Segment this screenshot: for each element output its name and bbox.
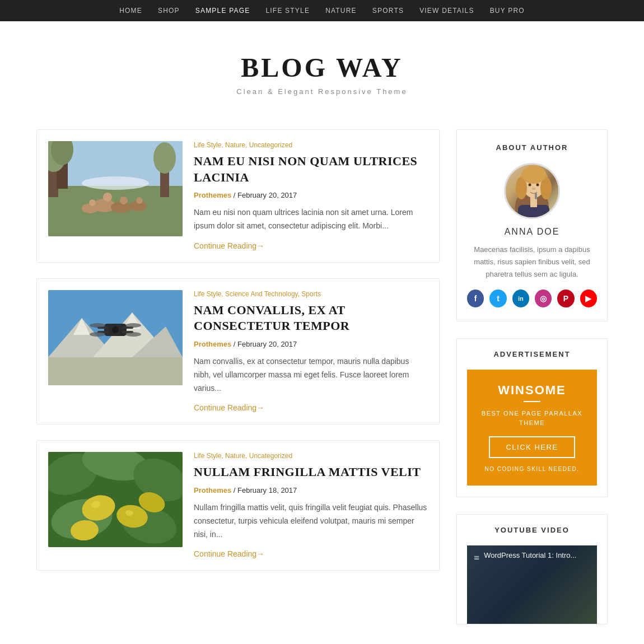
instagram-icon[interactable]: ◎ [535, 290, 552, 307]
article-title: NULLAM FRINGILLA MATTIS VELIT [194, 464, 428, 480]
about-author-widget: ABOUT AUTHOR [456, 129, 608, 321]
article-card: Life Style, Nature, Uncategorized NULLAM… [36, 440, 440, 571]
pinterest-icon[interactable]: P [557, 290, 574, 307]
read-more-link[interactable]: Continue Reading→ [194, 549, 264, 558]
svg-point-37 [125, 332, 141, 337]
article-meta: Prothemes / February 20, 2017 [194, 191, 428, 199]
facebook-icon[interactable]: f [467, 290, 484, 307]
svg-point-36 [90, 332, 105, 337]
site-tagline: Clean & Elegant Responsive Theme [11, 87, 633, 96]
main-layout: Life Style, Nature, Uncategorized NAM EU… [25, 118, 619, 644]
youtube-icon[interactable]: ▶ [580, 290, 597, 307]
youtube-widget: YOUTUBE VIDEO ≡ WordPress Tutorial 1: In… [456, 514, 608, 624]
article-date: February 20, 2017 [237, 340, 297, 348]
svg-point-57 [532, 188, 535, 190]
yt-menu-icon: ≡ [474, 552, 479, 564]
article-title: NAM CONVALLIS, EX AT CONSECTETUR TEMPOR [194, 302, 428, 334]
article-excerpt: Nam convallis, ex at consectetur tempor,… [194, 355, 428, 395]
ad-description: BEST ONE PAGE PARALLAX THEME [476, 409, 588, 427]
nav-nature[interactable]: NATURE [325, 7, 357, 15]
article-excerpt: Nam eu nisi non quam ultrices lacinia no… [194, 206, 428, 233]
svg-point-8 [82, 176, 149, 190]
advertisement-title: ADVERTISEMENT [467, 350, 597, 358]
nav-lifestyle[interactable]: LIFE STYLE [265, 7, 310, 15]
nav-buy-pro[interactable]: BUY PRO [490, 7, 525, 15]
read-more-link[interactable]: Continue Reading→ [194, 403, 264, 412]
author-avatar [504, 163, 560, 219]
article-date: February 20, 2017 [237, 191, 297, 199]
svg-point-55 [529, 184, 531, 186]
svg-point-17 [89, 199, 96, 206]
ad-no-code-text: NO CODING SKILL NEEDED. [476, 466, 588, 472]
nav-shop[interactable]: SHOP [158, 7, 180, 15]
article-date-separator: / [234, 486, 237, 494]
svg-point-14 [120, 197, 128, 204]
ad-click-here-button[interactable]: CLICK HERE [489, 436, 575, 458]
article-title: NAM EU NISI NON QUAM ULTRICES LACINIA [194, 153, 428, 185]
nav-sports[interactable]: SPORTS [372, 7, 404, 15]
article-author: Prothemes [194, 191, 231, 199]
yt-video-title: WordPress Tutorial 1: Intro... [484, 551, 576, 559]
article-date-separator: / [234, 340, 237, 348]
main-nav: HOME SHOP SAMPLE PAGE LIFE STYLE NATURE … [0, 0, 644, 21]
author-name: ANNA DOE [467, 227, 597, 237]
article-categories: Life Style, Nature, Uncategorized [194, 452, 428, 460]
content-area: Life Style, Nature, Uncategorized NAM EU… [36, 129, 440, 641]
svg-point-34 [90, 323, 105, 328]
nav-sample-page[interactable]: SAMPLE PAGE [195, 7, 250, 15]
article-author: Prothemes [194, 340, 231, 348]
youtube-thumbnail[interactable]: ≡ WordPress Tutorial 1: Intro... [467, 545, 597, 624]
sidebar: ABOUT AUTHOR [456, 129, 608, 641]
article-categories: Life Style, Science And Technology, Spor… [194, 290, 428, 298]
article-meta: Prothemes / February 20, 2017 [194, 340, 428, 348]
social-icons-group: f t in ◎ P ▶ [467, 290, 597, 307]
nav-home[interactable]: HOME [119, 7, 142, 15]
site-header: BLOG WAY Clean & Elegant Responsive Them… [0, 21, 644, 118]
article-excerpt: Nullam fringilla mattis velit, quis frin… [194, 501, 428, 541]
site-title: BLOG WAY [11, 52, 633, 83]
article-body: Life Style, Nature, Uncategorized NAM EU… [194, 141, 428, 251]
read-more-link[interactable]: Continue Reading→ [194, 241, 264, 250]
article-thumbnail [48, 290, 183, 385]
article-body: Life Style, Science And Technology, Spor… [194, 290, 428, 413]
svg-point-35 [125, 323, 141, 328]
twitter-icon[interactable]: t [489, 290, 506, 307]
about-author-title: ABOUT AUTHOR [467, 143, 597, 152]
author-bio: Maecenas facilisis, ipsum a dapibus matt… [467, 244, 597, 281]
article-body: Life Style, Nature, Uncategorized NULLAM… [194, 452, 428, 559]
article-meta: Prothemes / February 18, 2017 [194, 486, 428, 494]
linkedin-icon[interactable]: in [512, 290, 529, 307]
ad-box: WINSOME BEST ONE PAGE PARALLAX THEME CLI… [467, 370, 597, 486]
article-thumbnail [48, 141, 183, 236]
svg-point-7 [153, 142, 176, 174]
svg-point-11 [103, 193, 112, 202]
youtube-title: YOUTUBE VIDEO [467, 526, 597, 534]
ad-brand-name: WINSOME [476, 383, 588, 398]
nav-view-details[interactable]: VIEW DETAILS [419, 7, 474, 15]
ad-brand-underline [524, 401, 540, 402]
article-date: February 18, 2017 [237, 486, 297, 494]
article-categories: Life Style, Nature, Uncategorized [194, 141, 428, 149]
svg-point-29 [112, 326, 119, 333]
article-date-separator: / [234, 191, 237, 199]
svg-point-56 [536, 184, 539, 186]
svg-point-54 [521, 166, 546, 184]
svg-rect-22 [48, 357, 183, 385]
svg-point-20 [136, 197, 143, 204]
article-author: Prothemes [194, 486, 231, 494]
article-thumbnail [48, 452, 183, 547]
article-card: Life Style, Science And Technology, Spor… [36, 278, 440, 425]
advertisement-widget: ADVERTISEMENT WINSOME BEST ONE PAGE PARA… [456, 338, 608, 497]
article-card: Life Style, Nature, Uncategorized NAM EU… [36, 129, 440, 263]
svg-rect-60 [535, 193, 537, 199]
